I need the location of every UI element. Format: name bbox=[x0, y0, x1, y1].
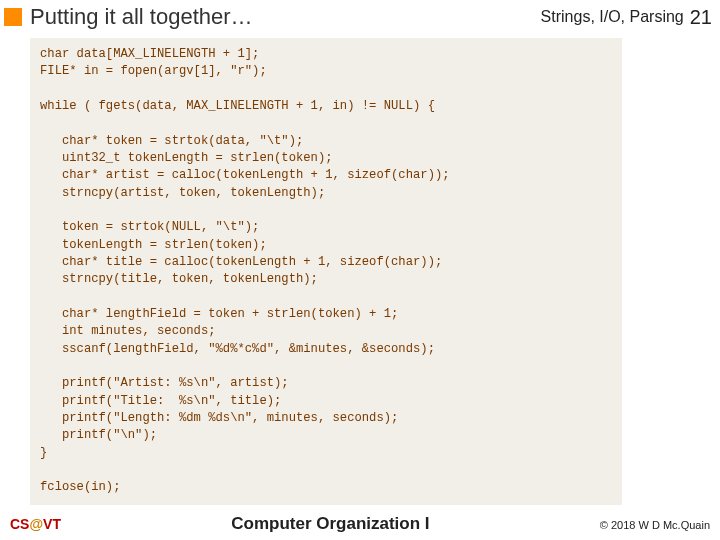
slide: Putting it all together… Strings, I/O, P… bbox=[0, 0, 720, 540]
footer-copyright: © 2018 W D Mc.Quain bbox=[600, 519, 710, 531]
footer-at: @ bbox=[29, 516, 43, 532]
title-bullet-icon bbox=[4, 8, 22, 26]
footer-cs: CS bbox=[10, 516, 29, 532]
page-number: 21 bbox=[690, 6, 712, 29]
slide-title: Putting it all together… bbox=[30, 4, 541, 30]
section-label: Strings, I/O, Parsing bbox=[541, 8, 684, 26]
slide-header: Putting it all together… Strings, I/O, P… bbox=[0, 0, 720, 36]
slide-footer: CS@VT Computer Organization I © 2018 W D… bbox=[0, 514, 720, 534]
code-block: char data[MAX_LINELENGTH + 1]; FILE* in … bbox=[30, 38, 622, 505]
footer-course: Computer Organization I bbox=[61, 514, 600, 534]
footer-org: CS@VT bbox=[10, 516, 61, 532]
footer-vt: VT bbox=[43, 516, 61, 532]
